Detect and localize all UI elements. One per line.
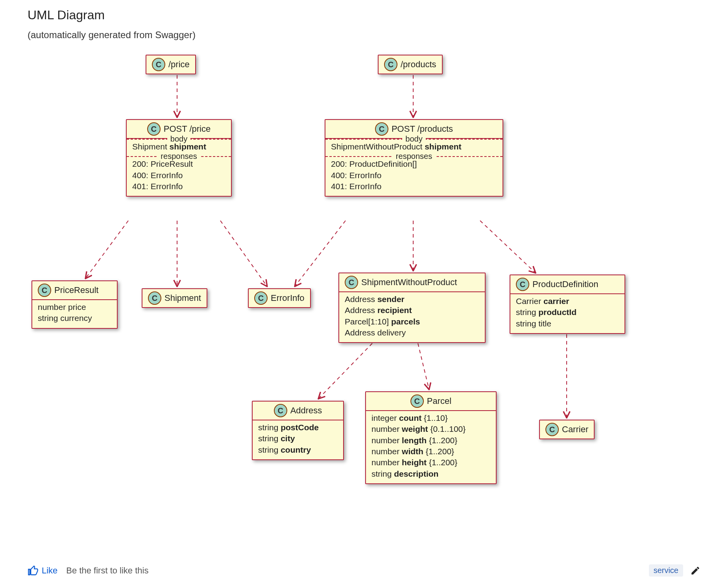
uml-class-errorinfo: CErrorInfo bbox=[248, 288, 311, 308]
uml-class-address: CAddress string postCode string city str… bbox=[252, 401, 344, 460]
uml-class-title: Address bbox=[290, 405, 322, 416]
class-icon: C bbox=[384, 58, 397, 71]
uml-class-title: /price bbox=[168, 59, 190, 70]
uml-class-title: ProductDefinition bbox=[532, 279, 599, 289]
svg-line-7 bbox=[480, 221, 535, 273]
class-icon: C bbox=[545, 423, 559, 436]
uml-class-shipment-without-product: CShipmentWithoutProduct Address sender A… bbox=[338, 273, 486, 343]
class-icon: C bbox=[516, 278, 529, 291]
svg-line-9 bbox=[418, 343, 429, 389]
uml-body: integer count {1..10} number weight {0.1… bbox=[366, 411, 496, 483]
uml-class-title: ShipmentWithoutProduct bbox=[361, 277, 457, 287]
uml-class-title: PriceResult bbox=[54, 285, 98, 295]
uml-class-title: ErrorInfo bbox=[271, 293, 305, 303]
class-icon: C bbox=[254, 291, 268, 305]
class-icon: C bbox=[274, 404, 287, 417]
uml-class-title: Carrier bbox=[562, 424, 588, 435]
svg-line-2 bbox=[86, 221, 128, 278]
uml-section-label: body bbox=[402, 135, 425, 143]
like-status-text: Be the first to like this bbox=[66, 566, 148, 576]
uml-class-carrier: CCarrier bbox=[539, 420, 595, 439]
uml-body: 200: PriceResult 400: ErrorInfo 401: Err… bbox=[127, 157, 231, 196]
tag-chip[interactable]: service bbox=[649, 564, 683, 577]
like-button[interactable]: Like bbox=[28, 565, 57, 576]
svg-line-4 bbox=[220, 221, 267, 286]
uml-body: Address sender Address recipient Parcel[… bbox=[339, 292, 485, 342]
class-icon: C bbox=[152, 58, 165, 71]
svg-line-5 bbox=[295, 221, 346, 286]
uml-class-title: Shipment bbox=[164, 293, 201, 303]
uml-body: string postCode string city string count… bbox=[253, 420, 343, 459]
uml-body: Carrier carrier string productId string … bbox=[510, 294, 625, 333]
class-icon: C bbox=[410, 394, 424, 408]
class-icon: C bbox=[345, 276, 358, 289]
uml-class-shipment: CShipment bbox=[142, 288, 207, 308]
uml-class-price-result: CPriceResult number price string currenc… bbox=[31, 280, 118, 329]
uml-class-title: /products bbox=[401, 59, 436, 70]
uml-body: 200: ProductDefinition[] 400: ErrorInfo … bbox=[325, 157, 503, 196]
edit-icon[interactable] bbox=[690, 566, 700, 576]
class-icon: C bbox=[148, 291, 161, 305]
uml-section-label: body bbox=[167, 135, 190, 143]
uml-class-title: POST /price bbox=[164, 124, 211, 134]
uml-body: number price string currency bbox=[32, 300, 117, 328]
uml-class-price-root: C/price bbox=[146, 55, 196, 74]
uml-class-parcel: CParcel integer count {1..10} number wei… bbox=[365, 391, 497, 484]
uml-class-post-price: CPOST /price body Shipment shipment resp… bbox=[126, 119, 232, 197]
svg-line-8 bbox=[319, 343, 372, 398]
thumbs-up-icon bbox=[28, 565, 39, 576]
page-title: UML Diagram bbox=[28, 8, 700, 22]
uml-class-title: POST /products bbox=[392, 124, 453, 134]
uml-section-label: responses bbox=[393, 152, 435, 160]
class-icon: C bbox=[375, 122, 388, 136]
uml-class-post-products: CPOST /products body ShipmentWithoutProd… bbox=[325, 119, 503, 197]
like-label: Like bbox=[42, 566, 57, 576]
class-icon: C bbox=[38, 284, 51, 297]
uml-class-product-definition: CProductDefinition Carrier carrier strin… bbox=[510, 275, 625, 334]
page-subtitle: (automatically generated from Swagger) bbox=[28, 29, 700, 41]
page-footer: Like Be the first to like this service bbox=[28, 564, 700, 577]
class-icon: C bbox=[147, 122, 161, 136]
uml-class-title: Parcel bbox=[427, 396, 451, 406]
uml-class-products-root: C/products bbox=[378, 55, 443, 74]
uml-section-label: responses bbox=[157, 152, 200, 160]
uml-canvas: C/price C/products CPOST /price body Shi… bbox=[28, 52, 697, 524]
